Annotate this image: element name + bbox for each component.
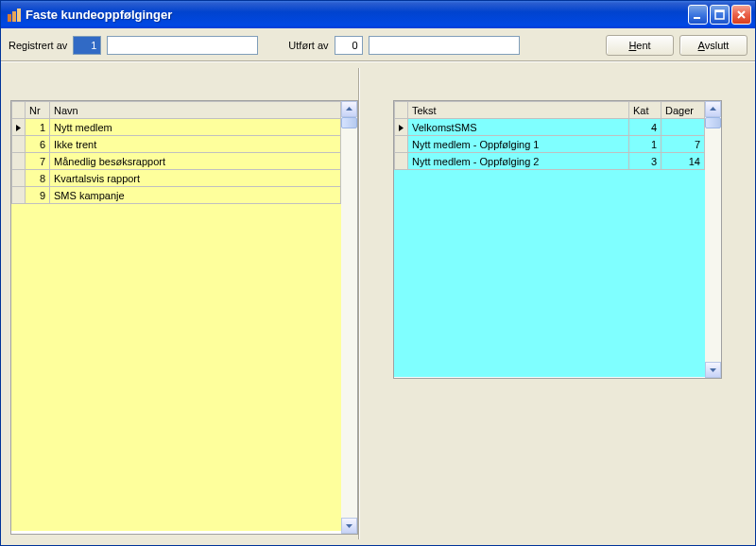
- cell-navn[interactable]: Kvartalsvis rapport: [50, 170, 341, 187]
- row-indicator[interactable]: [12, 153, 26, 170]
- table-row[interactable]: 8Kvartalsvis rapport: [12, 170, 341, 187]
- cell-navn[interactable]: Månedlig besøksrapport: [50, 153, 341, 170]
- row-indicator[interactable]: [12, 136, 26, 153]
- cell-tekst[interactable]: Nytt medlem - Oppfølging 1: [408, 136, 629, 153]
- cell-dager[interactable]: [662, 119, 705, 136]
- svg-rect-3: [694, 17, 700, 19]
- cell-nr[interactable]: 1: [26, 119, 50, 136]
- row-selector-header: [395, 102, 408, 119]
- cell-tekst[interactable]: Nytt medlem - Oppfølging 2: [408, 153, 629, 170]
- cell-nr[interactable]: 9: [26, 187, 50, 204]
- scroll-track[interactable]: [341, 117, 357, 518]
- performed-by-label: Utført av: [288, 40, 328, 51]
- cell-tekst[interactable]: VelkomstSMS: [408, 119, 629, 136]
- cell-dager[interactable]: 14: [662, 153, 705, 170]
- scroll-down-icon[interactable]: [341, 518, 357, 534]
- scroll-up-icon[interactable]: [705, 101, 721, 117]
- scroll-thumb[interactable]: [341, 117, 357, 128]
- column-kat[interactable]: Kat: [629, 102, 662, 119]
- cell-navn[interactable]: Nytt medlem: [50, 119, 341, 136]
- maximize-button[interactable]: [710, 5, 730, 25]
- right-grid: Tekst Kat Dager VelkomstSMS4Nytt medlem …: [393, 100, 722, 379]
- row-indicator[interactable]: [395, 119, 408, 136]
- table-row[interactable]: 7Månedlig besøksrapport: [12, 153, 341, 170]
- scroll-down-icon[interactable]: [705, 362, 721, 378]
- scroll-thumb[interactable]: [705, 117, 721, 128]
- table-row[interactable]: 1Nytt medlem: [12, 119, 341, 136]
- scroll-up-icon[interactable]: [341, 101, 357, 117]
- column-navn[interactable]: Navn: [50, 102, 341, 119]
- row-indicator[interactable]: [12, 119, 26, 136]
- column-tekst[interactable]: Tekst: [408, 102, 629, 119]
- column-dager[interactable]: Dager: [662, 102, 705, 119]
- app-window: Faste kundeoppfølginger Registrert av Ut…: [0, 0, 756, 546]
- hent-button[interactable]: Hent: [606, 35, 674, 56]
- performed-by-name-input[interactable]: [369, 36, 520, 55]
- table-row[interactable]: Nytt medlem - Oppfølging 2314: [395, 153, 705, 170]
- row-selector-header: [12, 102, 26, 119]
- cell-nr[interactable]: 8: [26, 170, 50, 187]
- cell-kat[interactable]: 1: [629, 136, 662, 153]
- registered-by-name-input[interactable]: [107, 36, 258, 55]
- title-bar[interactable]: Faste kundeoppfølginger: [1, 1, 755, 28]
- left-grid-header: Nr Navn: [12, 102, 341, 119]
- cell-navn[interactable]: Ikke trent: [50, 136, 341, 153]
- column-nr[interactable]: Nr: [26, 102, 50, 119]
- table-row[interactable]: 9SMS kampanje: [12, 187, 341, 204]
- svg-rect-2: [17, 9, 21, 22]
- svg-rect-1: [12, 11, 16, 22]
- title-buttons: [688, 5, 751, 25]
- content-area: Nr Navn 1Nytt medlem6Ikke trent7Månedlig…: [1, 62, 755, 545]
- cell-dager[interactable]: 7: [662, 136, 705, 153]
- cell-kat[interactable]: 3: [629, 153, 662, 170]
- toolbar: Registrert av Utført av Hent Avslutt: [1, 28, 755, 62]
- svg-rect-5: [715, 10, 724, 12]
- performed-by-id-input[interactable]: [335, 36, 363, 55]
- left-grid: Nr Navn 1Nytt medlem6Ikke trent7Månedlig…: [10, 100, 358, 535]
- table-row[interactable]: VelkomstSMS4: [395, 119, 705, 136]
- left-scrollbar[interactable]: [341, 101, 357, 534]
- scroll-track[interactable]: [705, 117, 721, 362]
- cell-navn[interactable]: SMS kampanje: [50, 187, 341, 204]
- row-indicator[interactable]: [12, 187, 26, 204]
- registered-by-label: Registrert av: [9, 40, 67, 51]
- table-row[interactable]: Nytt medlem - Oppfølging 117: [395, 136, 705, 153]
- cell-kat[interactable]: 4: [629, 119, 662, 136]
- left-pane: Nr Navn 1Nytt medlem6Ikke trent7Månedlig…: [1, 62, 358, 545]
- table-row[interactable]: 6Ikke trent: [12, 136, 341, 153]
- row-indicator[interactable]: [395, 153, 408, 170]
- cell-nr[interactable]: 6: [26, 136, 50, 153]
- right-scrollbar[interactable]: [705, 101, 721, 378]
- row-indicator[interactable]: [12, 170, 26, 187]
- minimize-button[interactable]: [688, 5, 708, 25]
- title-text: Faste kundeoppfølginger: [26, 8, 688, 22]
- svg-rect-0: [8, 14, 11, 22]
- avslutt-button[interactable]: Avslutt: [679, 35, 747, 56]
- right-grid-header: Tekst Kat Dager: [395, 102, 705, 119]
- right-pane: Tekst Kat Dager VelkomstSMS4Nytt medlem …: [360, 62, 755, 545]
- cell-nr[interactable]: 7: [26, 153, 50, 170]
- row-indicator[interactable]: [395, 136, 408, 153]
- registered-by-id-input[interactable]: [73, 36, 101, 55]
- app-icon: [7, 8, 22, 23]
- close-button[interactable]: [731, 5, 751, 25]
